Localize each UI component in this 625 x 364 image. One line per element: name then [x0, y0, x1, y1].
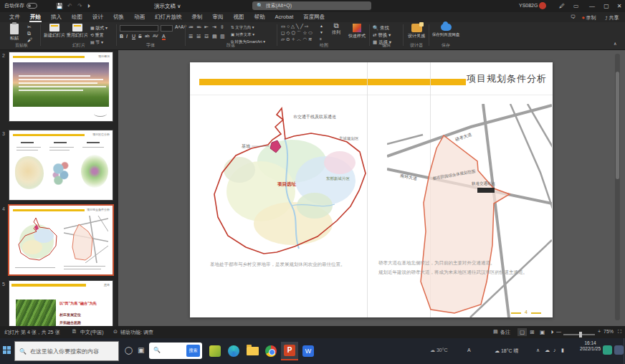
user-account-label[interactable]: YS082G — [519, 3, 538, 8]
quick-styles-button[interactable]: 快速样式 — [347, 24, 367, 39]
font-size-combo[interactable] — [161, 25, 173, 32]
shapes-scroll-up-icon[interactable]: ▲ — [320, 24, 323, 28]
taskbar-search-box[interactable]: 🔍 在这里输入你要搜索的内容 — [14, 341, 119, 361]
widget-search-button[interactable]: 搜索 — [186, 345, 200, 357]
line-spacing-icon[interactable]: ⇳ — [220, 24, 224, 30]
numbering-icon[interactable]: ≕ — [196, 24, 201, 30]
arrange-button[interactable]: ⧉ 排列 — [327, 24, 345, 34]
task-view-icon[interactable]: ▣ — [138, 346, 144, 354]
shapes-scroll-down-icon[interactable]: ▼ — [320, 30, 323, 34]
tab-file[interactable]: 文件 — [4, 12, 25, 22]
battery-icon[interactable]: ▮ — [561, 348, 564, 353]
shapes-more-icon[interactable]: ≡ — [320, 37, 322, 41]
align-center-icon[interactable]: ☱ — [196, 34, 201, 39]
bullets-icon[interactable]: ≔ — [189, 24, 194, 30]
tray-app-icon-1[interactable] — [603, 345, 612, 355]
ink-icon[interactable]: 🖉 — [559, 3, 565, 9]
strikethrough-button[interactable]: S — [138, 34, 142, 39]
zoom-out-button[interactable]: — — [556, 329, 561, 334]
taskbar-app-1[interactable] — [206, 342, 224, 360]
taskbar-edge[interactable] — [225, 342, 242, 360]
section-button[interactable]: ▤ 节 ▾ — [90, 39, 103, 46]
spellcheck-icon[interactable]: 🖹 — [72, 329, 77, 334]
news-widget[interactable]: ☁ 30°C — [430, 348, 448, 353]
slide-3-thumbnail[interactable]: 项目区位分析 — [9, 130, 113, 200]
taskbar-file-explorer[interactable] — [244, 342, 261, 360]
avatar[interactable] — [539, 2, 546, 9]
onedrive-cloud-icon[interactable]: ☁ — [545, 348, 550, 353]
align-text-button[interactable]: ▣ 对齐文本 ▾ — [231, 32, 254, 37]
tab-acrobat[interactable]: Acrobat — [270, 12, 299, 22]
tab-home[interactable]: 开始 — [25, 12, 46, 22]
zoom-in-button[interactable]: + — [598, 329, 601, 334]
justify-icon[interactable]: ▤ — [212, 34, 217, 39]
taskbar-chrome[interactable] — [262, 342, 280, 360]
slide-5-thumbnail[interactable]: 思路 以“田”为底 “融合”为先 村庄发展定位 开拓融合思路 — [9, 281, 113, 326]
taskbar-clock[interactable]: 16:14 2022/1/25 — [580, 340, 601, 352]
undo-icon[interactable]: ↶ — [67, 3, 72, 9]
reset-button[interactable]: ⟲ 重置 — [90, 32, 104, 39]
redo-icon[interactable]: ↷ — [77, 3, 82, 9]
italic-button[interactable]: I — [126, 34, 128, 39]
clear-format-button[interactable]: ab — [145, 34, 150, 38]
ime-indicator[interactable]: A — [467, 348, 471, 353]
outdent-icon[interactable]: ⇤ — [204, 24, 209, 30]
char-spacing-button[interactable]: AV — [153, 34, 158, 38]
search-widget[interactable]: 🔍 搜索 — [149, 343, 202, 359]
underline-button[interactable]: U — [132, 34, 135, 39]
start-button[interactable] — [3, 346, 11, 354]
increase-font-icon[interactable]: A˄ — [175, 24, 181, 29]
tab-help[interactable]: 帮助 — [249, 12, 270, 22]
weather-widget[interactable]: ☁ 18°C 晴 — [495, 348, 519, 355]
tab-animations[interactable]: 动画 — [129, 12, 150, 22]
columns-icon[interactable]: ▥ — [220, 34, 225, 39]
comments-icon[interactable]: 🗨 — [571, 14, 576, 19]
slide-4-thumbnail-selected[interactable]: 项目规划条件分析 — [9, 206, 113, 274]
shapes-gallery-row3[interactable]: ▱⊙✧︿◠≋ — [281, 37, 314, 43]
tab-slideshow[interactable]: 幻灯片放映 — [150, 12, 187, 22]
right-road-map[interactable]: 轨道交通站点 硚孝大道 南环大道 都市田园综合体规划范围 — [387, 104, 552, 317]
tab-record[interactable]: 录制 — [187, 12, 208, 22]
share-button[interactable]: ⤴ 共享 — [605, 14, 619, 21]
designer-button[interactable]: 设计灵感 — [406, 24, 427, 39]
tab-baidu-netdisk[interactable]: 百度网盘 — [298, 12, 330, 22]
paste-button[interactable]: 粘贴 — [4, 24, 24, 41]
language-status[interactable]: 中文(中国) — [80, 329, 104, 336]
left-region-map[interactable]: 市交通干线及联系通道 主城规划区 东部新城片区 基地 项目选址 — [207, 105, 367, 259]
collapse-ribbon-icon[interactable]: ∧ — [614, 41, 616, 46]
record-button[interactable]: ⏺ 录制 — [582, 14, 596, 21]
slide-title[interactable]: 项目规划条件分析 — [467, 72, 547, 85]
maximize-button[interactable]: ▢ — [601, 1, 612, 11]
tab-design[interactable]: 设计 — [87, 12, 108, 22]
zoom-level[interactable]: 75% — [603, 329, 614, 334]
text-direction-button[interactable]: ⇅ 文字方向 ▾ — [231, 25, 254, 30]
cut-icon[interactable]: ✂ — [27, 24, 32, 30]
accessibility-status[interactable]: 辅助功能: 调查 — [120, 329, 153, 336]
fit-slide-button[interactable]: ⛶ — [618, 329, 621, 335]
volume-icon[interactable]: ♪ — [553, 348, 556, 353]
format-painter-icon[interactable]: 🖌 — [27, 37, 32, 42]
tray-app-icon-2[interactable] — [614, 345, 624, 355]
cortana-icon[interactable]: ◯ — [125, 346, 133, 354]
copy-icon[interactable]: ⧉ — [27, 31, 31, 37]
align-right-icon[interactable]: ☲ — [204, 34, 209, 39]
slide-count-status[interactable]: 幻灯片 第 4 张，共 25 张 — [4, 329, 59, 336]
tab-insert[interactable]: 插入 — [46, 12, 67, 22]
layout-button[interactable]: ▦ 版式 ▾ — [90, 25, 108, 32]
baidu-save-button[interactable]: 保存到百度网盘 — [431, 24, 460, 37]
indent-icon[interactable]: ⇥ — [212, 24, 216, 30]
tray-expand-icon[interactable]: ∧ — [536, 348, 540, 353]
font-name-combo[interactable] — [120, 25, 158, 32]
shapes-gallery-row1[interactable]: ▭○△╲╱⇨ — [281, 24, 310, 29]
autosave-toggle[interactable]: 自动保存 — [4, 2, 37, 9]
tab-transitions[interactable]: 切换 — [108, 12, 129, 22]
replace-button[interactable]: ⇄ 替换 ▾ — [373, 32, 391, 39]
canvas-scrollbar-thumb[interactable] — [616, 72, 619, 179]
slide-4-canvas[interactable]: 项目规划条件分析 市交通干线及联系通道 主城规划区 东部新城片区 — [190, 62, 553, 317]
font-color-button[interactable]: A — [162, 34, 166, 40]
office-search-box[interactable]: 🔍 搜索(Alt+Q) — [252, 1, 371, 10]
taskbar-app-blue[interactable]: W — [300, 342, 317, 360]
save-icon[interactable]: 💾 — [56, 3, 63, 9]
start-slideshow-icon[interactable]: ⏵ — [87, 3, 90, 10]
reuse-slides-button[interactable]: 重用幻灯片 — [67, 24, 88, 38]
